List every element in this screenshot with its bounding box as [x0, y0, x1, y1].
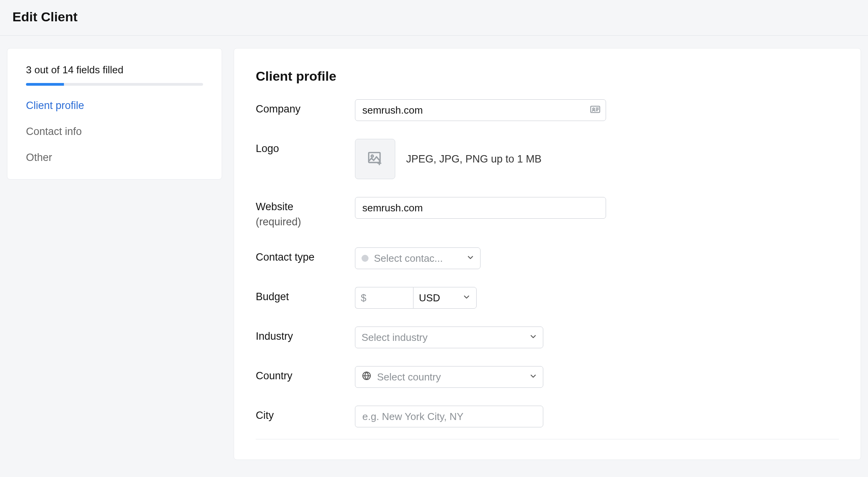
row-logo: Logo JPEG, JPG, PNG up to 1 MB	[256, 139, 839, 179]
logo-hint: JPEG, JPG, PNG up to 1 MB	[406, 153, 542, 165]
country-select[interactable]: Select country	[355, 366, 543, 388]
contact-card-icon	[590, 104, 601, 116]
row-budget: Budget USD	[256, 287, 839, 309]
side-nav-other[interactable]: Other	[26, 152, 203, 164]
label-budget: Budget	[256, 287, 355, 304]
label-country: Country	[256, 366, 355, 384]
contact-type-placeholder: Select contac...	[374, 252, 443, 264]
row-industry: Industry Select industry	[256, 327, 839, 348]
chevron-down-icon	[529, 332, 537, 344]
row-website: Website (required)	[256, 197, 839, 230]
side-nav: Client profile Contact info Other	[26, 100, 203, 164]
chevron-down-icon	[466, 252, 475, 264]
image-add-icon	[367, 150, 384, 168]
progress-label: 3 out of 14 fields filled	[26, 64, 203, 76]
label-website-required: (required)	[256, 214, 355, 230]
side-nav-client-profile[interactable]: Client profile	[26, 100, 203, 112]
sidebar: 3 out of 14 fields filled Client profile…	[7, 48, 222, 180]
budget-amount-input[interactable]	[355, 287, 413, 309]
svg-rect-5	[369, 152, 380, 162]
budget-group: USD	[355, 287, 477, 309]
chevron-down-icon	[462, 292, 471, 304]
label-city: City	[256, 406, 355, 423]
label-website: Website (required)	[256, 197, 355, 230]
city-input[interactable]	[355, 406, 543, 427]
row-city: City	[256, 406, 839, 427]
page-title: Edit Client	[12, 9, 856, 24]
row-country: Country Select country	[256, 366, 839, 388]
page-header: Edit Client	[0, 0, 868, 36]
logo-upload: JPEG, JPG, PNG up to 1 MB	[355, 139, 542, 179]
label-logo: Logo	[256, 139, 355, 156]
globe-icon	[362, 371, 372, 384]
label-industry: Industry	[256, 327, 355, 344]
country-placeholder: Select country	[377, 371, 441, 383]
main-panel: Client profile Company Logo	[234, 48, 861, 460]
company-input[interactable]	[355, 99, 606, 121]
progress-fill	[26, 83, 64, 86]
chevron-down-icon	[529, 371, 537, 383]
layout: 3 out of 14 fields filled Client profile…	[0, 36, 868, 460]
company-input-wrap	[355, 99, 606, 121]
section-title: Client profile	[256, 69, 839, 84]
website-input[interactable]	[355, 197, 606, 219]
status-dot-icon	[362, 255, 369, 262]
svg-point-1	[593, 108, 595, 110]
svg-point-6	[371, 155, 374, 157]
label-company: Company	[256, 99, 355, 117]
label-website-text: Website	[256, 201, 293, 213]
row-company: Company	[256, 99, 839, 121]
budget-currency-value: USD	[419, 292, 440, 304]
contact-type-select[interactable]: Select contac...	[355, 247, 480, 269]
progress-bar	[26, 83, 203, 86]
label-contact-type: Contact type	[256, 247, 355, 265]
section-divider	[256, 439, 839, 439]
side-nav-contact-info[interactable]: Contact info	[26, 126, 203, 138]
row-contact-type: Contact type Select contac...	[256, 247, 839, 269]
industry-placeholder: Select industry	[362, 332, 428, 344]
industry-select[interactable]: Select industry	[355, 327, 543, 348]
budget-currency-select[interactable]: USD	[413, 287, 477, 309]
logo-upload-box[interactable]	[355, 139, 395, 179]
